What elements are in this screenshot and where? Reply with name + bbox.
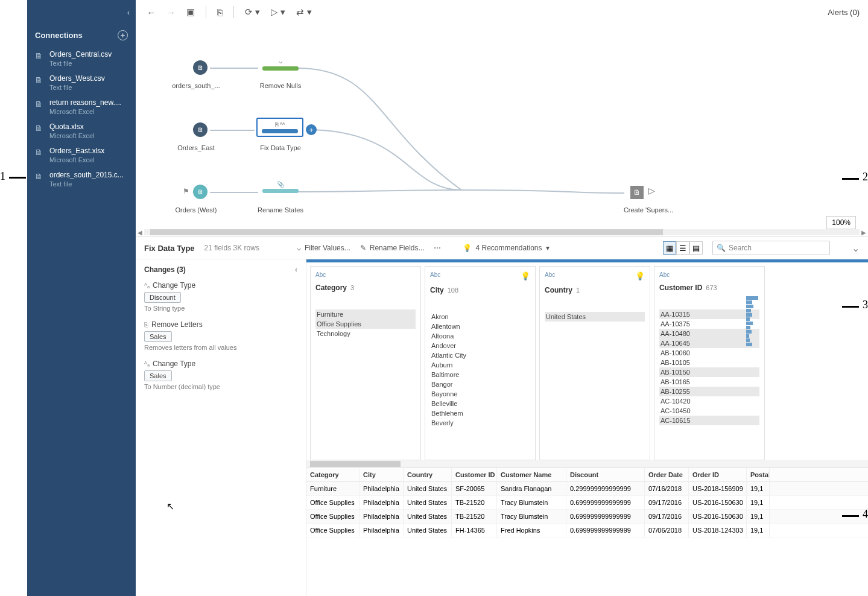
- profile-card-country[interactable]: Abc💡 Country1 United States: [539, 266, 650, 460]
- add-step-button[interactable]: +: [306, 124, 317, 135]
- clean-step[interactable]: ⌵: [262, 57, 299, 71]
- card-value[interactable]: AA-10375: [659, 319, 759, 329]
- card-value[interactable]: AB-10105: [659, 358, 759, 367]
- run-flow-button[interactable]: ▷ ▾: [268, 5, 288, 19]
- profile-card-category[interactable]: Abc Category3 FurnitureOffice SuppliesTe…: [310, 266, 421, 460]
- save-button[interactable]: ▣: [184, 5, 197, 19]
- input-node[interactable]: 🗎: [193, 122, 207, 137]
- connection-item[interactable]: 🗎Orders_West.csvText file: [27, 71, 136, 95]
- canvas-scrollbar-h[interactable]: ◀ ▶: [136, 228, 868, 236]
- connection-item[interactable]: 🗎Orders_Central.csvText file: [27, 46, 136, 71]
- refresh-button[interactable]: ⟳ ▾: [242, 5, 262, 19]
- card-value[interactable]: Bethlehem: [430, 408, 530, 418]
- card-value[interactable]: Bangor: [430, 379, 530, 389]
- connection-item[interactable]: 🗎return reasons_new....Microsoft Excel: [27, 95, 136, 119]
- connection-item[interactable]: 🗎orders_south_2015.c...Text file: [27, 167, 136, 191]
- flow-canvas[interactable]: 🗎 ⌵ orders_south_... Remove Nulls 🗎 ⎘ ᴬᴬ…: [136, 24, 868, 235]
- list-view-button[interactable]: ☰: [676, 241, 689, 255]
- cursor-icon: ↖: [166, 501, 174, 512]
- table-row[interactable]: Office SuppliesPhiladelphiaUnited States…: [306, 510, 868, 524]
- bulb-icon[interactable]: 💡: [635, 271, 645, 281]
- table-row[interactable]: Office SuppliesPhiladelphiaUnited States…: [306, 496, 868, 510]
- profile-card-customer-id[interactable]: Abc Customer ID673 AA-10315AA-10375AA-10…: [654, 266, 765, 460]
- card-value[interactable]: Beverly: [430, 418, 530, 428]
- card-value[interactable]: Allentown: [430, 322, 530, 331]
- separator: [206, 6, 206, 18]
- connections-title: Connections: [35, 31, 83, 40]
- data-view-button[interactable]: ▤: [689, 241, 703, 255]
- filter-values-button[interactable]: ⌵Filter Values...: [297, 244, 350, 252]
- filter-icon: ⌵: [297, 244, 301, 252]
- back-button[interactable]: ←: [144, 6, 158, 19]
- distribution-sparkline: [746, 296, 762, 347]
- node-label: Create 'Supers...: [621, 206, 676, 214]
- profile-view-button[interactable]: ▦: [663, 241, 676, 255]
- clean-step-selected[interactable]: ⎘ ᴬᴬ: [256, 118, 303, 137]
- card-value[interactable]: Baltimore: [430, 370, 530, 379]
- card-value[interactable]: Furniture: [315, 309, 416, 319]
- card-value[interactable]: AC-10615: [659, 416, 759, 425]
- profile-scrollbar-h[interactable]: [306, 460, 868, 468]
- add-connection-button[interactable]: +: [118, 30, 128, 40]
- change-item[interactable]: ᴬₐChange TypeDiscountTo String type: [144, 281, 297, 312]
- annotation-1: 1: [0, 170, 5, 183]
- table-row[interactable]: FurniturePhiladelphiaUnited StatesSF-200…: [306, 482, 868, 496]
- card-value[interactable]: Altoona: [430, 331, 530, 341]
- table-header: Category City Country Customer ID Custom…: [306, 468, 868, 482]
- annotation-4: 4: [863, 508, 868, 521]
- card-value[interactable]: AB-10150: [659, 367, 759, 377]
- input-node[interactable]: 🗎: [193, 185, 207, 199]
- change-item[interactable]: ⎘Remove LettersSalesRemoves letters from…: [144, 320, 297, 351]
- file-icon: 🗎: [35, 148, 43, 163]
- card-value[interactable]: Belleville: [430, 399, 530, 408]
- rename-fields-button[interactable]: ✎Rename Fields...: [360, 244, 425, 252]
- node-label: Orders_East: [169, 144, 223, 151]
- forward-button[interactable]: →: [164, 6, 178, 19]
- connection-item[interactable]: 🗎Orders_East.xlsxMicrosoft Excel: [27, 143, 136, 167]
- recommendations-button[interactable]: 💡4 Recommendations▾: [463, 244, 549, 252]
- clean-step[interactable]: 📎: [262, 181, 299, 193]
- card-value[interactable]: Atlantic City: [430, 350, 530, 360]
- expand-button[interactable]: ⌄: [852, 243, 860, 254]
- card-value[interactable]: United States: [545, 312, 645, 322]
- connector: [210, 130, 255, 131]
- change-item[interactable]: ᴬₐChange TypeSalesTo Number (decimal) ty…: [144, 360, 297, 390]
- output-node[interactable]: 🗎 ▷: [630, 186, 655, 199]
- chevron-down-icon: ▾: [546, 244, 550, 252]
- collapse-sidebar-icon[interactable]: ‹: [127, 8, 130, 17]
- publish-button[interactable]: ⎘: [215, 6, 225, 19]
- zoom-level[interactable]: 100%: [826, 216, 856, 229]
- card-value[interactable]: Bayonne: [430, 389, 530, 399]
- card-value[interactable]: Akron: [430, 312, 530, 322]
- table-row[interactable]: Office SuppliesPhiladelphiaUnited States…: [306, 524, 868, 537]
- profile-card-city[interactable]: Abc💡 City108 AkronAllentownAltoonaAndove…: [425, 266, 536, 460]
- card-value[interactable]: Andover: [430, 341, 530, 350]
- card-value[interactable]: AA-10480: [659, 329, 759, 338]
- more-button[interactable]: ⋯: [434, 244, 441, 252]
- step-title: Fix Data Type: [144, 244, 195, 253]
- search-input[interactable]: 🔍Search: [712, 241, 830, 255]
- alerts-label[interactable]: Alerts (0): [828, 8, 860, 17]
- collapse-changes-icon[interactable]: ‹: [295, 265, 297, 274]
- card-value[interactable]: AB-10165: [659, 377, 759, 387]
- card-value[interactable]: AB-10255: [659, 387, 759, 396]
- edit-icon: ✎: [360, 244, 366, 252]
- input-node[interactable]: 🗎: [193, 60, 207, 75]
- card-value[interactable]: AC-10420: [659, 396, 759, 406]
- run-output-icon[interactable]: ▷: [648, 186, 655, 199]
- connection-item[interactable]: 🗎Quota.xlsxMicrosoft Excel: [27, 119, 136, 143]
- datasource-icon: 🗎: [193, 60, 207, 75]
- card-value[interactable]: AC-10450: [659, 406, 759, 416]
- bulb-icon[interactable]: 💡: [521, 271, 530, 281]
- filter-icon: ⌵: [262, 57, 299, 65]
- card-value[interactable]: Auburn: [430, 360, 530, 370]
- card-value[interactable]: AA-10315: [659, 309, 759, 319]
- type-badge: Abc: [315, 271, 326, 278]
- card-value[interactable]: Technology: [315, 329, 416, 338]
- card-value[interactable]: AA-10645: [659, 338, 759, 348]
- card-value[interactable]: AB-10060: [659, 348, 759, 358]
- card-value[interactable]: Office Supplies: [315, 319, 416, 329]
- type-badge: Abc: [545, 271, 555, 281]
- bottom-area: Changes (3) ‹ ᴬₐChange TypeDiscountTo St…: [136, 259, 868, 596]
- settings-button[interactable]: ⇄ ▾: [294, 5, 314, 19]
